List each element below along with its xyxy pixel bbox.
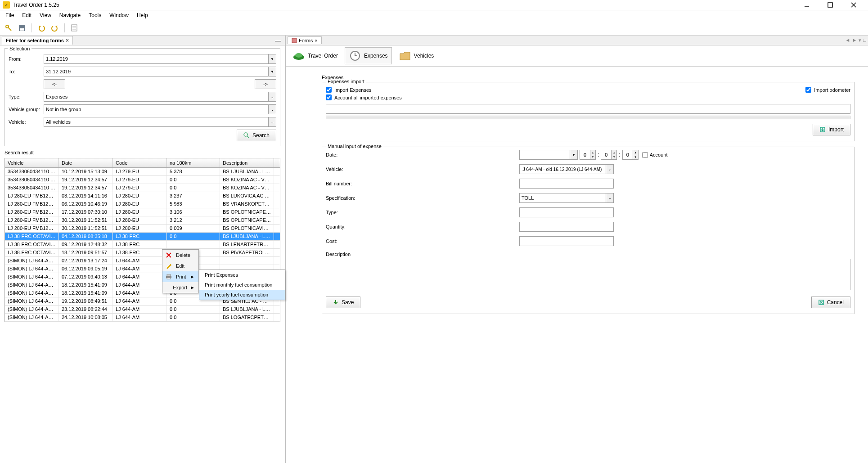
description-textarea[interactable] [326,259,850,290]
bigtab-travel-order[interactable]: Travel Order [288,47,342,64]
table-row[interactable]: LJ 280-EU FMB122 LA...30.12.2019 11:52:5… [5,216,280,225]
close-button[interactable] [846,0,861,9]
account-checkbox[interactable] [642,152,648,158]
col-code[interactable]: Code [113,158,167,167]
bigtab-vehicles[interactable]: Vehicles [395,47,438,64]
nav-next-icon[interactable]: ► [852,37,857,43]
nav-prev-icon[interactable]: ◄ [846,37,850,43]
table-row[interactable]: LJ 280-EU FMB122 LA...06.12.2019 10:46:1… [5,200,280,208]
import-button[interactable]: Import [813,124,850,135]
toolbar-key-icon[interactable] [3,22,14,34]
nav-dropdown-icon[interactable]: ▾ [859,37,861,43]
pane-minimize-icon[interactable]: — [273,37,283,44]
menu-export[interactable]: Export ▶ [162,282,198,293]
dropdown-icon[interactable]: ⌄ [268,105,276,114]
forms-icon [292,38,297,43]
tab-filter-close-icon[interactable]: × [66,37,69,44]
save-button[interactable]: Save [326,297,360,308]
import-path-input[interactable] [326,104,850,114]
prev-button[interactable]: <- [44,79,65,89]
spec-select[interactable]: TOLL⌄ [519,193,614,203]
bigtab-expenses[interactable]: Expenses [345,47,392,64]
nav-maximize-icon[interactable]: □ [863,37,866,43]
toolbar-redo-icon[interactable] [49,22,61,34]
menu-print[interactable]: Print ▶ [162,271,198,282]
menu-file[interactable]: File [2,11,18,19]
table-row[interactable]: (SIMON) LJ 644-AM - ...02.12.2019 13:17:… [5,257,280,265]
table-row[interactable]: 353438060434110 - t...19.12.2019 12:34:5… [5,184,280,192]
dropdown-icon[interactable]: ▼ [268,54,276,63]
dropdown-icon[interactable]: ⌄ [268,117,276,126]
table-cell: 0.0 [167,306,220,313]
dropdown-icon[interactable]: ▼ [268,67,276,76]
dropdown-icon[interactable]: ⌄ [606,165,613,174]
toolbar-document-icon[interactable] [68,22,80,34]
table-row[interactable]: LJ 38-FRC OCTAVIA (...04.12.2019 08:35:1… [5,233,280,241]
table-row[interactable]: (SIMON) LJ 644-AM - ...23.12.2019 08:22:… [5,306,280,314]
table-row[interactable]: LJ 280-EU FMB122 LA...03.12.2019 14:11:1… [5,192,280,200]
tab-filter[interactable]: Filter for selecting forms × [2,36,73,45]
menu-delete[interactable]: Delete [162,250,198,261]
table-cell: 23.12.2019 08:22:44 [59,306,113,313]
table-cell: 19.12.2019 12:34:57 [59,176,113,184]
col-date[interactable]: Date [59,158,113,167]
menu-edit[interactable]: Edit [162,261,198,271]
second-spinner[interactable]: 0▲▼ [622,150,639,160]
vehicle-input[interactable]: .J 644-AM - old 16.12.2019 (LJ 644-AM)⌄ [519,164,614,174]
type-select[interactable]: Expenses⌄ [44,92,276,102]
minimize-button[interactable] [800,0,814,9]
submenu-print-monthly[interactable]: Print monthly fuel consumption [199,280,285,290]
vehicle-select[interactable]: All vehicles⌄ [44,117,276,127]
minute-spinner[interactable]: 0▲▼ [601,150,617,160]
table-row[interactable]: (SIMON) LJ 644-AM - ...24.12.2019 10:08:… [5,314,280,322]
account-all-checkbox[interactable] [326,94,332,100]
table-row[interactable]: LJ 280-EU FMB122 LA...30.12.2019 11:52:5… [5,225,280,233]
menu-edit[interactable]: Edit [18,11,35,19]
app-icon: ✓ [3,1,10,9]
table-cell: 353438060434110 - t... [5,168,59,175]
cancel-button[interactable]: Cancel [811,297,850,308]
menu-tools[interactable]: Tools [85,11,105,19]
table-cell: 3.106 [167,208,220,216]
date-input[interactable]: ▼ [519,150,578,160]
dropdown-icon[interactable]: ⌄ [606,193,613,202]
search-button[interactable]: Search [237,130,276,141]
menu-window[interactable]: Window [106,11,132,19]
menu-navigate[interactable]: Navigate [56,11,84,19]
from-date-input[interactable]: 1.12.2019▼ [44,54,276,64]
toolbar-undo-icon[interactable] [36,22,47,34]
table-row[interactable]: LJ 280-EU FMB122 LA...17.12.2019 07:30:1… [5,208,280,216]
import-expenses-checkbox[interactable] [326,87,332,93]
tab-forms[interactable]: Forms × [288,36,322,44]
table-cell: BS LJUBLJANA - LETA... [220,168,274,175]
menu-help[interactable]: Help [133,11,152,19]
cost-input[interactable] [519,236,614,246]
submenu-print-expenses[interactable]: Print Expenses [199,270,285,280]
col-description[interactable]: Description [220,158,274,167]
type-input[interactable] [519,207,614,217]
import-progress [326,116,850,119]
table-cell: 353438060434110 - t... [5,176,59,184]
import-odometer-checkbox[interactable] [805,87,811,93]
table-row[interactable]: LJ 38-FRC OCTAVIA (...09.12.2019 12:48:3… [5,241,280,249]
table-row[interactable]: 353438060434110 - t...19.12.2019 12:34:5… [5,176,280,184]
table-row[interactable]: LJ 38-FRC OCTAVIA (...18.12.2019 09:51:5… [5,249,280,257]
vehicle-group-select[interactable]: Not in the group⌄ [44,104,276,114]
maximize-button[interactable] [823,0,837,9]
next-button[interactable]: -> [255,79,276,89]
qty-input[interactable] [519,222,614,232]
menu-view[interactable]: View [36,11,55,19]
bill-input[interactable] [519,179,614,189]
dropdown-icon[interactable]: ▼ [570,150,577,159]
hour-spinner[interactable]: 0▲▼ [580,150,596,160]
col-vehicle[interactable]: Vehicle [5,158,59,167]
to-date-input[interactable]: 31.12.2019▼ [44,67,276,76]
tab-forms-close-icon[interactable]: × [315,38,317,43]
table-cell: 04.12.2019 08:35:18 [59,233,113,240]
table-row[interactable]: 353438060434110 - t...10.12.2019 15:13:0… [5,168,280,176]
dropdown-icon[interactable]: ⌄ [268,92,276,101]
toolbar-save-icon[interactable] [16,22,28,34]
folder-icon [399,49,411,62]
submenu-print-yearly[interactable]: Print yearly fuel consumption [199,290,285,300]
col-na100km[interactable]: na 100km [167,158,220,167]
